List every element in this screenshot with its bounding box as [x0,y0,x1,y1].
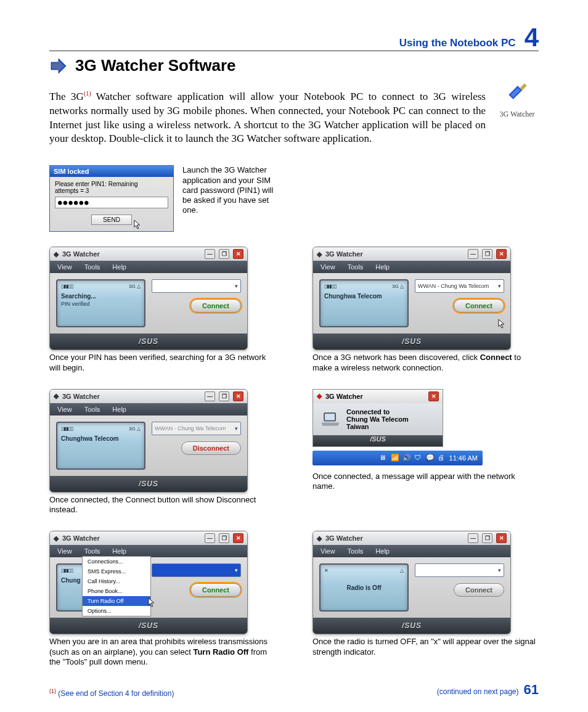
chevron-down-icon: ▾ [498,567,501,573]
close-button[interactable]: ✕ [233,533,243,543]
menu-tools[interactable]: Tools [84,547,100,555]
minimize-button[interactable]: — [205,533,215,543]
chevron-down-icon: ▾ [235,425,238,432]
minimize-button[interactable]: — [468,533,478,543]
watcher-shortcut-label: 3G Watcher [496,110,539,119]
watcher-window: ◆ 3G Watcher — ❐ ✕ View Tools Help ✕ [312,531,511,634]
network-select[interactable]: WWAN - Chung Wa Telecom ▾ [415,279,504,293]
sim-locked-dialog: SIM locked Please enter PIN1: Remaining … [49,165,174,232]
menu-tools[interactable]: Tools [84,263,100,271]
tray-icon[interactable]: 🛡 [414,454,423,462]
menu-view[interactable]: View [321,547,335,555]
pin-input[interactable] [55,197,168,208]
tray-icon[interactable]: 🔊 [402,454,411,462]
restore-button[interactable]: ❐ [219,249,229,259]
app-icon: ◆ [54,250,59,258]
close-button[interactable]: ✕ [233,391,243,401]
watcher-shortcut-icon[interactable]: 3G Watcher [496,79,539,119]
menu-tools[interactable]: Tools [348,263,364,271]
app-icon: ◆ [317,250,322,258]
brand-footer: /SUS [313,435,443,446]
intro-supref: (1) [84,90,91,97]
menu-help[interactable]: Help [112,406,126,413]
watcher-window: ◆ 3G Watcher — ❐ ✕ View Tools Help Conne… [49,531,248,634]
minimize-button[interactable]: — [468,249,478,259]
footnote-text: (See end of Section 4 for definition) [56,689,174,698]
menu-help[interactable]: Help [375,263,390,271]
status-line1: Radio is Off [324,584,404,591]
menu-item[interactable]: Phone Book... [83,586,150,596]
signal-indicator: ▯▮▮▯▯ [61,568,73,573]
system-tray[interactable]: 🖥 📶 🔊 🛡 💬 🖨 11:46 AM [312,451,483,465]
close-button[interactable]: ✕ [496,533,507,543]
menu-item[interactable]: Connections... [83,557,150,567]
signal-indicator: ▯▮▮▯▯ [61,426,73,432]
connect-button[interactable]: Connect [190,299,241,313]
status-line1: Chunghwa Telecom [324,293,404,300]
menu-view[interactable]: View [57,406,72,413]
footnote-right: (continued on next page) 61 [437,682,539,698]
menu-view[interactable]: View [57,547,72,555]
menu-tools[interactable]: Tools [348,547,364,555]
restore-button[interactable]: ❐ [482,249,492,259]
close-button[interactable]: ✕ [428,391,439,401]
sim-caption: Launch the 3G Watcher application and yo… [182,165,281,215]
caption: Once the radio is turned OFF, an "x" wil… [312,637,539,657]
send-button[interactable]: SEND [91,215,132,225]
restore-button[interactable]: ❐ [219,533,229,543]
network-select[interactable]: ▾ [152,279,241,293]
window-title: 3G Watcher [325,534,363,542]
caption: Once connected, a message will appear wi… [312,472,539,492]
minimize-button[interactable]: — [205,391,215,401]
app-icon: ◆ [317,392,322,400]
chevron-down-icon: ▾ [235,567,238,573]
network-select[interactable]: ▾ [152,563,241,577]
signal-indicator: ▯▮▮▯▯ [61,284,73,289]
window-title: 3G Watcher [62,250,100,258]
connect-button[interactable]: Connect [454,299,504,313]
tools-dropdown: Connections... SMS Express... Call Histo… [82,556,151,616]
caption: Once your PIN has been verified, searchi… [49,353,276,373]
close-button[interactable]: ✕ [496,249,507,259]
svg-rect-1 [325,414,335,420]
network-select-value: WWAN - Chung Wa Telecom [155,425,226,432]
close-button[interactable]: ✕ [233,249,243,259]
page-title: 3G Watcher Software [75,56,236,75]
menu-help[interactable]: Help [112,263,126,271]
section-label: Using the Notebook PC [399,37,516,49]
minimize-button[interactable]: — [205,249,215,259]
connect-button[interactable]: Connect [454,583,504,597]
chevron-down-icon: ▾ [498,283,501,289]
brand-footer: /SUS [50,618,247,634]
network-select[interactable]: ▾ [415,563,504,577]
menu-item[interactable]: Call History... [83,576,150,586]
tray-icon[interactable]: 📶 [391,454,399,462]
network-select-value: WWAN - Chung Wa Telecom [418,283,489,289]
status-line2: PIN verified [61,301,141,307]
menu-tools[interactable]: Tools [84,406,100,413]
restore-button[interactable]: ❐ [219,391,229,401]
page-header: Using the Notebook PC 4 [49,25,539,51]
menu-item[interactable]: SMS Express... [83,567,150,576]
sim-prompt-line1: Please enter PIN1: Remaining [55,181,168,187]
restore-button[interactable]: ❐ [482,533,492,543]
intro-pre: The 3G [49,91,84,102]
menu-item-turn-radio-off[interactable]: Turn Radio Off [83,596,150,606]
menu-item[interactable]: Options... [83,606,150,616]
window-title: 3G Watcher [325,250,363,258]
menu-help[interactable]: Help [375,547,390,555]
network-indicator: 3G △ [392,284,404,289]
window-title: 3G Watcher [62,393,100,400]
menu-view[interactable]: View [57,263,72,271]
arrow-icon [49,57,68,75]
tray-icon[interactable]: 🖥 [379,454,388,462]
intro-paragraph: The 3G(1) Watcher software application w… [49,89,486,146]
disconnect-button[interactable]: Disconnect [181,441,241,455]
continued-label: (continued on next page) [437,687,519,696]
menu-view[interactable]: View [321,263,335,271]
tray-icon[interactable]: 🖨 [438,454,446,462]
menu-help[interactable]: Help [112,547,126,555]
tray-icon[interactable]: 💬 [426,454,435,462]
status-display: ▯▮▮▯▯ 3G △ Searching... PIN verified [56,279,145,327]
connect-button[interactable]: Connect [190,583,241,597]
